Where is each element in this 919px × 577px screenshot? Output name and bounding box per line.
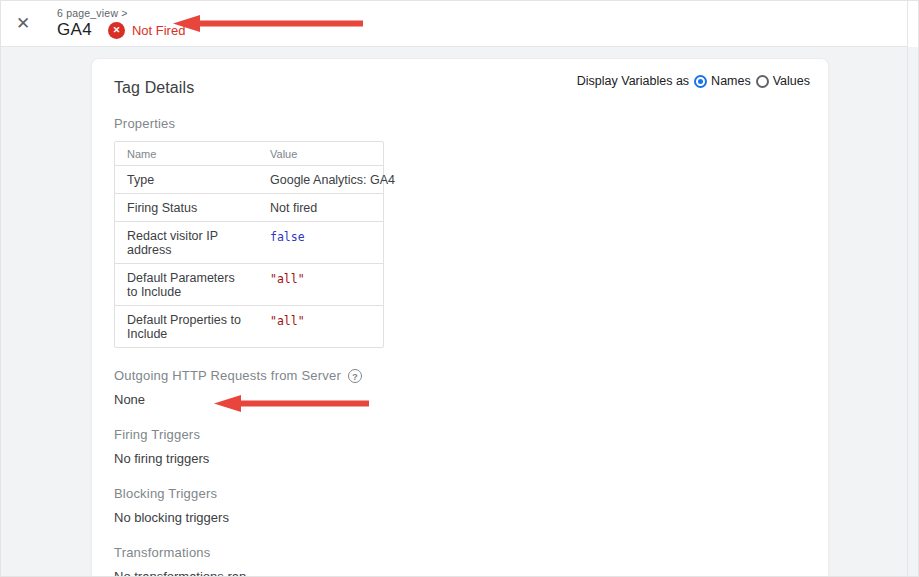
transformations-value: No transformations ran.	[114, 569, 810, 577]
right-edge-divider	[907, 1, 908, 576]
radio-selected-icon	[694, 75, 707, 88]
display-variables-control: Display Variables as Names Values	[577, 74, 810, 88]
radio-names-label: Names	[711, 74, 751, 88]
table-row: Type Google Analytics: GA4	[115, 166, 383, 194]
section-blocking-triggers: Blocking Triggers No blocking triggers	[114, 486, 810, 525]
blocking-triggers-value: No blocking triggers	[114, 510, 810, 525]
radio-values-label: Values	[773, 74, 810, 88]
section-transformations: Transformations No transformations ran.	[114, 545, 810, 577]
title-block: 6 page_view > GA4 ✕ Not Fired	[57, 7, 185, 40]
section-outgoing-requests: Outgoing HTTP Requests from Server ? Non…	[114, 368, 810, 407]
table-row: Redact visitor IP address false	[115, 222, 383, 264]
properties-section-label: Properties	[114, 116, 810, 131]
table-header-name: Name	[115, 142, 258, 165]
table-row: Default Parameters to Include "all"	[115, 264, 383, 306]
right-gutter	[908, 1, 918, 47]
blocking-triggers-label: Blocking Triggers	[114, 486, 810, 501]
breadcrumb[interactable]: 6 page_view >	[57, 7, 185, 19]
table-row: Default Properties to Include "all"	[115, 306, 383, 347]
transformations-label: Transformations	[114, 545, 810, 560]
section-firing-triggers: Firing Triggers No firing triggers	[114, 427, 810, 466]
page-title: GA4	[57, 20, 92, 40]
radio-option-values[interactable]: Values	[756, 74, 810, 88]
table-header-row: Name Value	[115, 142, 383, 166]
firing-triggers-label: Firing Triggers	[114, 427, 810, 442]
main-area: Display Variables as Names Values Tag De…	[1, 47, 918, 577]
table-header-value: Value	[258, 142, 383, 165]
radio-option-names[interactable]: Names	[694, 74, 751, 88]
radio-unselected-icon	[756, 75, 769, 88]
table-row: Firing Status Not fired	[115, 194, 383, 222]
gtm-debug-tag-details-page: ✕ 6 page_view > GA4 ✕ Not Fired Display …	[0, 0, 919, 577]
header-bar: ✕ 6 page_view > GA4 ✕ Not Fired	[1, 1, 918, 47]
status-badge: ✕ Not Fired	[108, 22, 185, 39]
outgoing-requests-label: Outgoing HTTP Requests from Server	[114, 368, 341, 383]
outgoing-requests-value: None	[114, 392, 810, 407]
close-icon: ✕	[16, 13, 30, 34]
properties-table: Name Value Type Google Analytics: GA4 Fi…	[114, 141, 384, 348]
close-button[interactable]: ✕	[3, 1, 43, 47]
not-fired-x-icon: ✕	[108, 22, 125, 39]
tag-details-card: Display Variables as Names Values Tag De…	[91, 58, 829, 577]
help-icon[interactable]: ?	[348, 369, 362, 383]
firing-triggers-value: No firing triggers	[114, 451, 810, 466]
display-variables-label: Display Variables as	[577, 74, 689, 88]
status-badge-label: Not Fired	[132, 23, 185, 38]
